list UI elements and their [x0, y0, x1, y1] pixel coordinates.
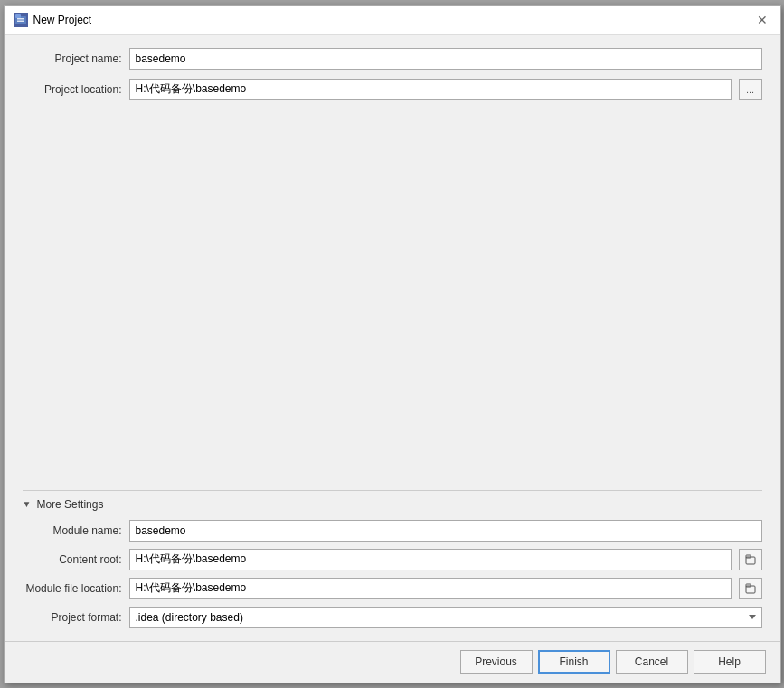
project-format-row: Project format: .idea (directory based) … [23, 607, 762, 628]
new-project-dialog: New Project ✕ Project name: Project loca… [4, 5, 781, 683]
project-name-label: Project name: [23, 52, 122, 65]
dialog-icon [14, 13, 28, 27]
project-format-select[interactable]: .idea (directory based) .ipr (file based… [129, 607, 762, 628]
module-file-location-browse-button[interactable] [739, 578, 762, 599]
module-file-location-label: Module file location: [23, 582, 122, 595]
project-name-row: Project name: [23, 48, 762, 70]
svg-rect-2 [17, 18, 24, 20]
more-settings-section: ▼ More Settings Module name: Content roo… [23, 490, 762, 628]
content-root-browse-button[interactable] [739, 549, 762, 570]
dialog-content: Project name: Project location: ... ▼ Mo… [5, 35, 780, 641]
previous-button[interactable]: Previous [460, 650, 533, 674]
help-button[interactable]: Help [694, 650, 766, 674]
project-location-row: Project location: ... [23, 79, 762, 100]
svg-rect-3 [17, 21, 24, 23]
project-name-input[interactable] [129, 48, 762, 70]
content-spacer [23, 109, 762, 481]
more-settings-label: More Settings [36, 498, 103, 511]
cancel-button[interactable]: Cancel [616, 650, 688, 674]
close-button[interactable]: ✕ [753, 11, 771, 29]
more-settings-content: Module name: Content root: [23, 520, 762, 628]
module-name-input[interactable] [129, 520, 762, 542]
project-location-browse-button[interactable]: ... [739, 79, 762, 100]
module-file-location-input[interactable] [129, 578, 732, 599]
more-settings-arrow-icon: ▼ [23, 499, 32, 509]
finish-button[interactable]: Finish [538, 650, 610, 674]
dialog-footer: Previous Finish Cancel Help [5, 641, 780, 683]
project-location-input[interactable] [129, 79, 732, 100]
dialog-title: New Project [33, 14, 92, 26]
project-format-label: Project format: [23, 611, 122, 624]
title-bar: New Project ✕ [5, 6, 780, 35]
content-root-input[interactable] [129, 549, 732, 570]
content-root-label: Content root: [23, 553, 122, 566]
content-root-row: Content root: [23, 549, 762, 570]
module-name-label: Module name: [23, 524, 122, 537]
module-file-location-row: Module file location: [23, 578, 762, 599]
module-name-row: Module name: [23, 520, 762, 542]
svg-rect-1 [15, 14, 21, 18]
more-settings-header[interactable]: ▼ More Settings [23, 498, 762, 511]
title-bar-left: New Project [14, 13, 92, 27]
project-location-label: Project location: [23, 83, 122, 96]
